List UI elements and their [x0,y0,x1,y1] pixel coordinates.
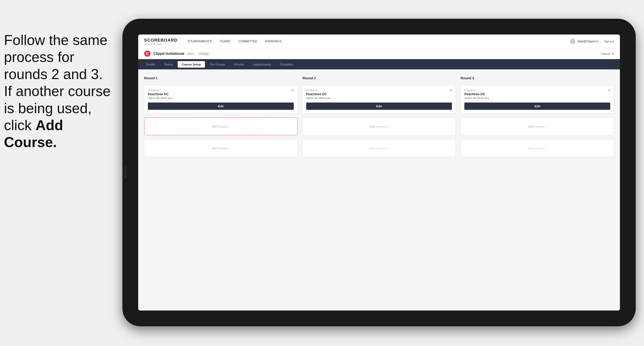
tabs-bar: Details Teams Course Setup Tee Groups Re… [138,59,620,69]
round-2-add-course-2[interactable]: Add Course + [302,139,456,157]
nav-link-teams[interactable]: TEAMS [220,40,230,43]
round-3-title: Round 3 [460,76,614,80]
instruction-text: Follow the same process for rounds 2 and… [4,31,118,151]
logo-title: SCOREBOARD [144,38,178,43]
round-1-add-course-2[interactable]: Add Course + [144,139,298,157]
tournament-suffix: (Men) [187,52,194,55]
nav-link-tournaments[interactable]: TOURNAMENTS [187,40,212,43]
nav-link-committee[interactable]: COMMITTEE [238,40,257,43]
round-2-column: Round 2 ⊗ (Course A) Peachtree GC Yellow… [302,76,456,157]
rounds-grid: Round 1 ⊗ (Course A) Peachtree GC Yellow… [144,76,614,157]
main-content: Round 1 ⊗ (Course A) Peachtree GC Yellow… [138,69,620,311]
logo-subtitle: Powered by clippd [144,43,178,45]
hosting-badge: Hosting [198,52,210,56]
round-1-edit-button[interactable]: Edit [148,103,294,110]
round-2-edit-button[interactable]: Edit [306,103,452,110]
tablet-frame: SCOREBOARD Powered by clippd TOURNAMENTS… [122,19,636,326]
round-1-column: Round 1 ⊗ (Course A) Peachtree GC Yellow… [144,76,298,157]
nav-links: TOURNAMENTS TEAMS COMMITTEE RANKINGS [187,40,570,43]
round-3-edit-button[interactable]: Edit [464,103,610,110]
tournament-name: Clippd Invitational [154,52,184,56]
round-3-course-label: (Course A) [464,89,610,92]
round-1-course-card: ⊗ (Course A) Peachtree GC Yellow (M) (66… [144,85,298,114]
round-2-course-tee: Yellow (M) (6629 yds) [306,97,452,100]
logo-area: SCOREBOARD Powered by clippd [144,38,178,45]
round-1-course-label: (Course A) [148,89,294,92]
round-2-course-label: (Course A) [306,89,452,92]
round-3-course-name: Peachtree GC [464,92,610,96]
top-nav: SCOREBOARD Powered by clippd TOURNAMENTS… [138,34,620,48]
round-3-add-course-1[interactable]: Add Course + [460,118,614,135]
round-1-delete-icon[interactable]: ⊗ [290,88,295,92]
round-1-add-course-1[interactable]: Add Course + [144,118,298,135]
user-email: blair@clippd.io [578,40,598,43]
round-3-course-card: ⊗ (Course A) Peachtree GC Yellow (M) (66… [460,85,614,114]
tab-tee-groups[interactable]: Tee Groups [206,61,229,68]
sign-out-link[interactable]: Sign out [604,40,614,43]
clippd-logo: C [144,50,150,57]
sub-header: C Clippd Invitational (Men) Hosting Canc… [138,48,620,59]
tab-printables[interactable]: Printables [276,61,297,68]
round-3-course-tee: Yellow (M) (6629 yds) [464,97,610,100]
round-1-course-name: Peachtree GC [148,92,294,96]
user-avatar [570,39,575,44]
round-1-title: Round 1 [144,76,298,80]
nav-right: blair@clippd.io | Sign out [570,39,614,44]
round-2-delete-icon[interactable]: ⊗ [448,88,453,92]
round-2-title: Round 2 [302,76,456,80]
cancel-button[interactable]: Cancel ✕ [601,52,614,55]
round-2-course-name: Peachtree GC [306,92,452,96]
round-3-column: Round 3 ⊗ (Course A) Peachtree GC Yellow… [460,76,614,157]
tablet-screen: SCOREBOARD Powered by clippd TOURNAMENTS… [138,34,620,311]
round-3-add-course-2[interactable]: Add Course + [460,139,614,157]
tab-details[interactable]: Details [142,61,159,68]
tab-teams[interactable]: Teams [160,61,177,68]
tab-results[interactable]: Results [230,61,248,68]
tab-course-setup[interactable]: Course Setup [178,61,205,68]
round-2-course-card: ⊗ (Course A) Peachtree GC Yellow (M) (66… [302,85,456,114]
tab-leaderboards[interactable]: Leaderboards [249,61,275,68]
nav-link-rankings[interactable]: RANKINGS [265,40,282,43]
round-1-course-tee: Yellow (M) (6629 yds) [148,97,294,100]
round-3-delete-icon[interactable]: ⊗ [607,88,612,92]
round-2-add-course-1[interactable]: Add Course + [302,118,456,135]
